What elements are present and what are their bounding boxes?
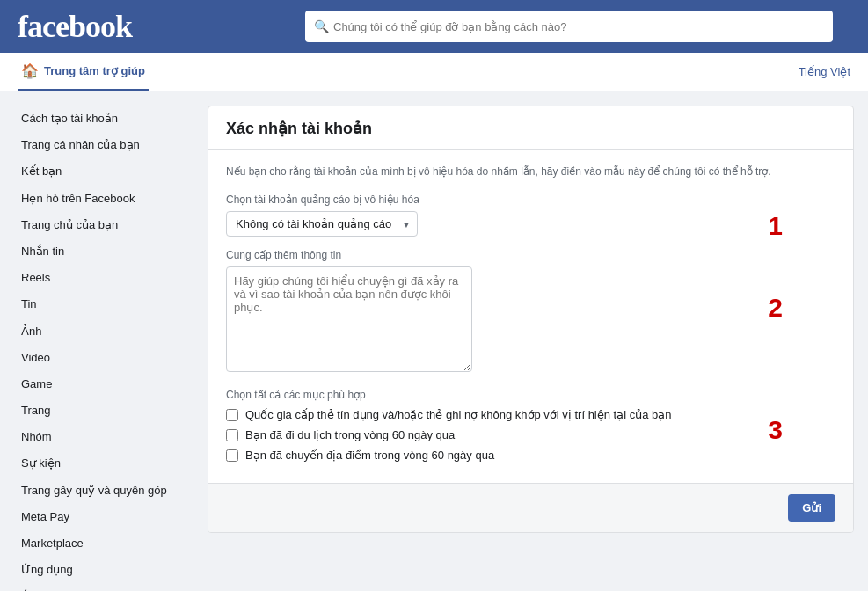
sidebar-item[interactable]: Tin [14, 291, 193, 317]
help-center-link[interactable]: 🏠 Trung tâm trợ giúp [18, 53, 149, 91]
sidebar-item[interactable]: Video [14, 345, 193, 371]
checkbox-label-2: Bạn đã đi du lịch trong vòng 60 ngày qua [245, 428, 455, 441]
search-icon: 🔍 [314, 19, 329, 33]
field1-section: Chọn tài khoản quảng cáo bị vô hiệu hóa … [226, 193, 835, 237]
sidebar: Cách tạo tài khoảnTrang cá nhân của bạnK… [0, 91, 193, 591]
form-card: Xác nhận tài khoản Nếu bạn cho rằng tài … [208, 106, 854, 533]
help-center-label: Trung tâm trợ giúp [44, 64, 145, 77]
submit-button[interactable]: Gửi [788, 494, 835, 522]
field2-label: Cung cấp thêm thông tin [226, 249, 835, 261]
checkbox-label-1: Quốc gia cấp thẻ tín dụng và/hoặc thẻ gh… [245, 408, 672, 421]
description-text: Nếu bạn cho rằng tài khoản của mình bị v… [226, 164, 835, 179]
sidebar-item[interactable]: Trang [14, 398, 193, 424]
sidebar-item[interactable]: Trang chủ của bạn [14, 212, 193, 238]
info-textarea[interactable] [226, 266, 472, 372]
card-title: Xác nhận tài khoản [226, 119, 835, 138]
checkbox-section: Chọn tất cả các mục phù hợp Quốc gia cấp… [226, 389, 835, 462]
sidebar-item[interactable]: Ứng dụng [14, 557, 193, 583]
home-icon: 🏠 [21, 62, 39, 79]
checkbox-1[interactable] [226, 409, 238, 421]
main-layout: Cách tạo tài khoảnTrang cá nhân của bạnK… [0, 91, 868, 591]
checkbox-item-3: Bạn đã chuyển địa điểm trong vòng 60 ngà… [226, 449, 835, 462]
sidebar-item[interactable]: Kết bạn [14, 158, 193, 185]
sidebar-item[interactable]: Meta Pay [14, 504, 193, 530]
language-selector[interactable]: Tiếng Việt [799, 65, 850, 78]
checkbox-3[interactable] [226, 449, 238, 462]
sidebar-item[interactable]: Marketplace [14, 530, 193, 557]
field2-section: Cung cấp thêm thông tin 2 [226, 249, 835, 375]
checkbox-item-1: Quốc gia cấp thẻ tín dụng và/hoặc thẻ gh… [226, 408, 835, 421]
checkbox-section-label: Chọn tất cả các mục phù hợp [226, 389, 835, 401]
sidebar-item[interactable]: Game [14, 371, 193, 398]
sidebar-item[interactable]: Hẹn hò trên Facebook [14, 186, 193, 212]
step-number-2: 2 [768, 293, 783, 323]
checkbox-2[interactable] [226, 429, 238, 441]
sidebar-item[interactable]: Sự kiện [14, 450, 193, 477]
card-footer: Gửi [208, 483, 853, 532]
content-area: Xác nhận tài khoản Nếu bạn cho rằng tài … [193, 91, 868, 591]
card-header: Xác nhận tài khoản [208, 106, 853, 150]
sidebar-item[interactable]: Reels [14, 265, 193, 291]
facebook-logo: facebook [18, 8, 176, 45]
checkbox-item-2: Bạn đã đi du lịch trong vòng 60 ngày qua [226, 428, 835, 441]
search-input[interactable] [305, 11, 833, 42]
header: facebook 🔍 [0, 0, 868, 53]
sidebar-item[interactable]: Ứng dụng Facebook trên di động [14, 583, 193, 591]
ad-account-dropdown[interactable]: Không có tài khoản quảng cáo [226, 211, 418, 237]
card-body: Nếu bạn cho rằng tài khoản của mình bị v… [208, 150, 853, 483]
dropdown-wrapper: Không có tài khoản quảng cáo ▼ [226, 211, 418, 237]
sidebar-item[interactable]: Trang gây quỹ và quyên góp [14, 478, 193, 504]
subnav: 🏠 Trung tâm trợ giúp Tiếng Việt [0, 53, 868, 91]
sidebar-item[interactable]: Nhóm [14, 424, 193, 450]
field1-label: Chọn tài khoản quảng cáo bị vô hiệu hóa [226, 193, 835, 206]
step-number-1: 1 [768, 211, 783, 241]
checkbox-label-3: Bạn đã chuyển địa điểm trong vòng 60 ngà… [245, 449, 494, 462]
search-container: 🔍 [305, 11, 833, 42]
sidebar-item[interactable]: Trang cá nhân của bạn [14, 132, 193, 158]
sidebar-item[interactable]: Ảnh [14, 318, 193, 345]
sidebar-item[interactable]: Nhắn tin [14, 238, 193, 265]
sidebar-item[interactable]: Cách tạo tài khoản [14, 106, 193, 132]
